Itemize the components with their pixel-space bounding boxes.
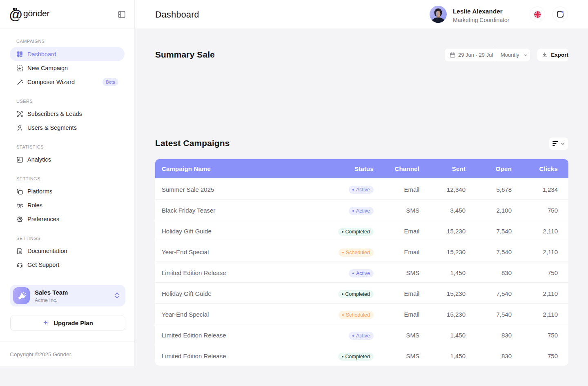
svg-text:@: @ — [9, 7, 22, 22]
